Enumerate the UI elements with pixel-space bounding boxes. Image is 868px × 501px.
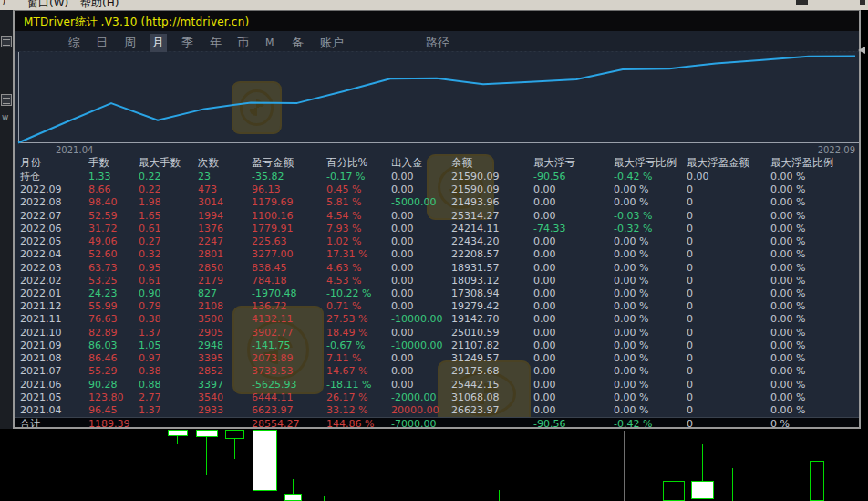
table-cell: 0.00	[533, 196, 556, 209]
table-cell: 0	[687, 210, 693, 223]
candle-wick	[499, 490, 500, 501]
table-row-2021.09[interactable]: 2021.0986.031.052948-141.75-0.67 %-10000…	[15, 339, 859, 352]
toolbar-item-M[interactable]: M	[263, 36, 277, 49]
table-row-2022.01[interactable]: 2022.0124.230.90827-1970.48-10.22 %0.001…	[15, 287, 859, 300]
menu-item-window[interactable]: 窗口(W)	[27, 0, 68, 10]
table-row-2022.08[interactable]: 2022.0898.401.9830141179.695.81 %-5000.0…	[15, 196, 859, 209]
table-cell: -10.22 %	[326, 287, 371, 300]
candle-wick	[177, 436, 178, 444]
table-cell: 2108	[198, 300, 223, 313]
table-cell: 31068.08	[451, 391, 500, 404]
table-cell: 24.23	[88, 287, 118, 300]
table-cell: 23	[198, 171, 211, 183]
table-cell: 1100.16	[252, 210, 294, 223]
table-row-2022.09[interactable]: 2022.098.660.2247396.130.45 %0.0021590.0…	[15, 183, 859, 196]
column-header: 余额	[451, 156, 472, 169]
table-row-2021.04[interactable]: 2021.0496.451.3729336623.9733.12 %20000.…	[15, 404, 859, 417]
table-row-持仓[interactable]: 持仓1.330.2223-35.82-0.17 %0.0021590.09-90…	[15, 171, 859, 183]
table-cell: 合计	[20, 418, 40, 429]
table-row-2022.03[interactable]: 2022.0363.730.952850838.454.63 %0.001893…	[15, 262, 859, 275]
table-cell: 2850	[198, 262, 223, 275]
toolbar-item-备[interactable]: 备	[289, 34, 306, 52]
table-row-2021.10[interactable]: 2021.1082.891.3729053902.7718.49 %0.0025…	[15, 327, 859, 339]
x-axis-tick-start: 2021.04	[56, 145, 93, 155]
mtdriver-stats-window: MTDriver统计 ,V3.10 (http://mtdriver.cn) 综…	[13, 10, 861, 429]
table-row-2021.06[interactable]: 2021.0690.280.883397-5625.93-18.11 %0.00…	[15, 379, 859, 391]
table-cell: 2021.06	[20, 379, 62, 391]
table-cell: 0.00 %	[614, 352, 648, 365]
toolbar-item-币[interactable]: 币	[234, 34, 252, 52]
table-cell: 2948	[198, 339, 223, 352]
table-cell: 0	[687, 287, 693, 300]
table-cell: 0.00 %	[614, 365, 648, 378]
table-cell: 2179	[198, 275, 223, 287]
table-cell: 0	[687, 275, 693, 287]
table-cell: 2073.89	[252, 352, 294, 365]
dock-tool-icon[interactable]	[1, 94, 12, 106]
table-cell: 7.93 %	[326, 223, 361, 235]
table-row-2021.11[interactable]: 2021.1176.630.3835004132.1127.53 %-10000…	[15, 313, 859, 326]
table-cell: 21590.09	[451, 183, 500, 196]
stats-titlebar[interactable]: MTDriver统计 ,V3.10 (http://mtdriver.cn)	[15, 11, 859, 31]
window-title: MTDriver统计 ,V3.10 (http://mtdriver.cn)	[24, 15, 249, 30]
candlestick	[253, 430, 277, 491]
toolbar-item-日[interactable]: 日	[93, 34, 110, 52]
table-cell: 827	[198, 287, 217, 300]
table-cell: 0	[687, 352, 693, 365]
table-cell: 90.28	[88, 379, 118, 391]
table-row-2021.07[interactable]: 2021.0755.290.3828523733.5314.67 %0.0029…	[15, 365, 859, 378]
table-cell: -0.67 %	[326, 339, 365, 352]
table-cell: 17308.94	[451, 287, 500, 300]
table-cell: 0.00	[533, 262, 556, 275]
table-row-2022.02[interactable]: 2022.0253.250.612179784.184.53 %0.001809…	[15, 275, 859, 287]
toolbar-item-综[interactable]: 综	[66, 34, 83, 52]
table-row-2022.05[interactable]: 2022.0549.060.272247225.631.02 %0.002243…	[15, 235, 859, 248]
toolbar-item-年[interactable]: 年	[207, 34, 224, 52]
table-row-2022.07[interactable]: 2022.0752.591.6519941100.164.54 %0.00253…	[15, 210, 859, 223]
table-cell: 4.63 %	[326, 262, 361, 275]
table-row-2022.06[interactable]: 2022.0631.720.6113761779.917.93 %0.00242…	[15, 223, 859, 235]
table-cell: 0.00	[391, 352, 414, 365]
table-cell: 225.63	[252, 235, 287, 248]
table-cell: 0.00 %	[614, 404, 648, 417]
table-row-2022.04[interactable]: 2022.0452.600.3228013277.0017.31 %0.0022…	[15, 248, 859, 261]
table-cell: 0.00	[391, 210, 414, 223]
table-row-2021.12[interactable]: 2021.1255.990.792108136.720.71 %0.001927…	[15, 300, 859, 313]
table-cell: 144.86 %	[326, 418, 374, 429]
table-cell: 49.06	[88, 235, 118, 248]
toolbar-item-月[interactable]: 月	[150, 34, 167, 52]
toolbar-item-周[interactable]: 周	[121, 34, 139, 52]
table-cell: 0.00	[391, 300, 414, 313]
table-cell: 0.00 %	[614, 313, 648, 326]
table-cell: 5.81 %	[326, 196, 361, 209]
table-cell: -10000.00	[391, 313, 442, 326]
dock-tool-icon[interactable]	[1, 36, 12, 47]
toolbar-item-账户[interactable]: 账户	[317, 34, 346, 52]
table-cell: 0	[687, 339, 693, 352]
table-cell: 0.00	[533, 352, 556, 365]
table-cell: 2021.10	[20, 327, 62, 339]
toolbar-item-季[interactable]: 季	[179, 34, 196, 52]
table-cell: 0.90	[139, 287, 161, 300]
table-cell: 76.63	[88, 313, 118, 326]
table-cell: 0.00 %	[770, 327, 805, 339]
table-cell: 17.31 %	[326, 248, 367, 261]
table-cell: 96.13	[252, 183, 281, 196]
table-row-total[interactable]: 合计1189.3928554.27144.86 %-7000.00-90.56-…	[15, 417, 859, 429]
splitter-arrow-icon[interactable]	[858, 47, 865, 54]
table-cell: 0.00	[533, 391, 556, 404]
toolbar-item-路径[interactable]: 路径	[423, 34, 452, 52]
table-row-2021.08[interactable]: 2021.0886.460.9733952073.897.11 %0.00312…	[15, 352, 859, 365]
table-row-2021.05[interactable]: 2021.05123.802.7735406444.1126.17 %-2000…	[15, 391, 859, 404]
table-cell: 3277.00	[252, 248, 294, 261]
table-cell: 0.00 %	[770, 210, 805, 223]
table-cell: 0.61	[139, 275, 161, 287]
table-cell: 2022.02	[20, 275, 62, 287]
table-cell: 0.00	[391, 327, 414, 339]
table-cell: 2022.07	[20, 210, 62, 223]
menu-item-help[interactable]: 帮助(H)	[80, 0, 119, 10]
table-cell: 0.00 %	[614, 327, 648, 339]
table-cell: 2021.09	[20, 339, 62, 352]
grid-line	[624, 431, 625, 501]
table-cell: 98.40	[88, 196, 118, 209]
